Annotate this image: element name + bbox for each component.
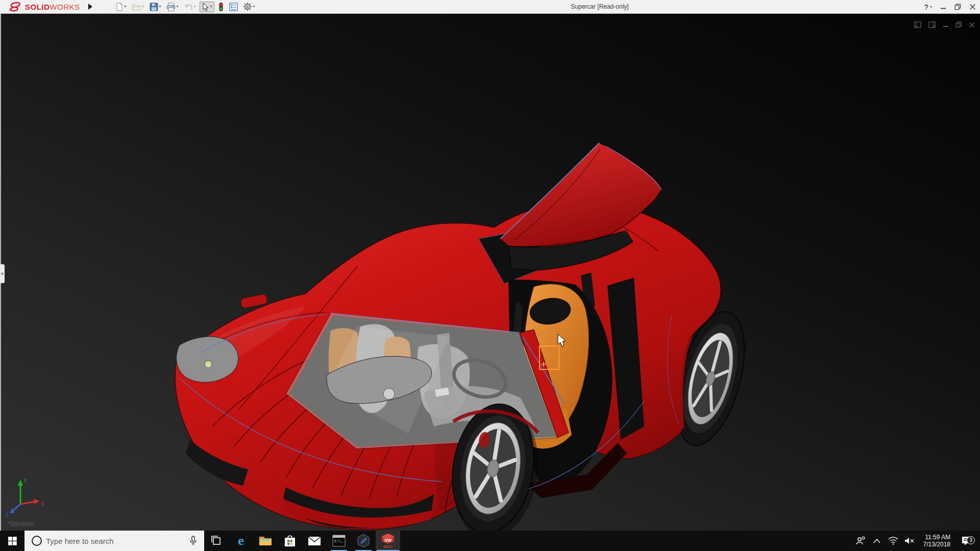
save-button[interactable]: ▾ bbox=[148, 2, 163, 12]
taskbar-icon-solidworks[interactable]: SW 2017 bbox=[376, 531, 400, 551]
supercar-3d-model: Y X Z bbox=[0, 14, 980, 531]
properties-button[interactable] bbox=[228, 2, 239, 12]
task-view-icon bbox=[211, 536, 222, 546]
select-cursor-icon bbox=[202, 3, 209, 11]
save-icon bbox=[150, 3, 158, 11]
start-button[interactable] bbox=[0, 531, 24, 551]
undo-button[interactable]: ▾ bbox=[182, 2, 198, 12]
taskbar-icon-file-explorer[interactable] bbox=[253, 531, 278, 551]
taskbar-icon-command-prompt[interactable]: C:\_ bbox=[327, 531, 351, 551]
print-icon bbox=[166, 3, 176, 11]
child-close-button[interactable] bbox=[969, 22, 975, 28]
new-document-icon bbox=[115, 3, 124, 11]
taskbar-icon-mail[interactable] bbox=[302, 531, 327, 551]
orientation-triad: Y X Z bbox=[5, 478, 45, 518]
volume-muted-icon[interactable] bbox=[903, 537, 916, 545]
options-dropdown-caret[interactable]: ▾ bbox=[253, 5, 255, 9]
microphone-icon[interactable] bbox=[189, 536, 197, 546]
window-controls: ? ▾ bbox=[924, 0, 976, 14]
solidworks-application-window: SOLIDWORKS ▾ ▾ bbox=[0, 0, 980, 551]
solidworks-logo: SOLIDWORKS bbox=[0, 0, 85, 13]
rebuild-traffic-light-icon bbox=[218, 2, 224, 12]
document-window-controls bbox=[914, 21, 975, 28]
taskbar-icon-store[interactable] bbox=[278, 531, 302, 551]
panel-tab-dot bbox=[1, 272, 4, 275]
windows-logo-icon bbox=[8, 537, 17, 545]
undo-icon bbox=[184, 3, 193, 11]
restore-button[interactable] bbox=[954, 4, 961, 10]
help-button[interactable]: ? ▾ bbox=[924, 3, 932, 11]
new-document-button[interactable]: ▾ bbox=[114, 2, 128, 12]
graphics-viewport[interactable]: Y X Z bbox=[0, 14, 980, 531]
split-window-icon[interactable] bbox=[928, 21, 936, 28]
select-tool-button[interactable]: ▾ bbox=[200, 2, 214, 12]
print-button[interactable]: ▾ bbox=[165, 2, 180, 12]
triad-x-label: X bbox=[41, 501, 45, 507]
brand-works: WORKS bbox=[50, 3, 80, 11]
close-icon bbox=[969, 4, 976, 10]
new-dropdown-caret[interactable]: ▾ bbox=[125, 5, 127, 9]
brand-text: SOLIDWORKS bbox=[25, 3, 80, 11]
child-restore-button[interactable] bbox=[955, 21, 962, 28]
rebuild-button[interactable] bbox=[216, 1, 226, 13]
svg-text:2017: 2017 bbox=[383, 544, 393, 548]
wifi-icon[interactable] bbox=[887, 537, 900, 545]
notification-badge: 3 bbox=[967, 536, 975, 544]
tray-date: 7/13/2018 bbox=[923, 541, 950, 548]
new-window-icon[interactable] bbox=[914, 21, 922, 28]
taskbar-icon-cad-hexagon[interactable] bbox=[351, 531, 376, 551]
quick-access-toolbar: ▾ ▾ ▾ bbox=[114, 1, 257, 13]
minimize-icon bbox=[940, 4, 946, 10]
child-minimize-button[interactable] bbox=[943, 22, 949, 28]
triad-y-label: Y bbox=[23, 478, 27, 484]
title-bar: SOLIDWORKS ▾ ▾ bbox=[0, 0, 980, 14]
show-hidden-icons-chevron[interactable] bbox=[870, 539, 884, 543]
tray-time: 11:59 AM bbox=[923, 534, 950, 541]
open-button[interactable]: ▾ bbox=[130, 2, 146, 12]
document-title: Supercar [Read-only] bbox=[571, 3, 628, 10]
restore-icon bbox=[954, 4, 961, 10]
clock[interactable]: 11:59 AM 7/13/2018 bbox=[919, 534, 954, 548]
task-view-button[interactable] bbox=[204, 531, 229, 551]
menu-flyout-arrow[interactable] bbox=[88, 4, 92, 10]
open-dropdown-caret[interactable]: ▾ bbox=[142, 5, 144, 9]
taskbar-search[interactable] bbox=[24, 531, 204, 551]
select-dropdown-caret[interactable]: ▾ bbox=[210, 5, 212, 9]
microsoft-store-icon bbox=[284, 534, 296, 547]
svg-text:SW: SW bbox=[384, 538, 392, 543]
help-dropdown-caret[interactable]: ▾ bbox=[930, 5, 932, 9]
people-icon[interactable] bbox=[854, 536, 867, 545]
feature-manager-flyout-tab[interactable] bbox=[0, 264, 5, 283]
open-folder-icon bbox=[132, 3, 141, 11]
gear-icon bbox=[243, 2, 252, 11]
taskbar-icon-edge[interactable]: e bbox=[229, 531, 253, 551]
action-center-button[interactable]: 3 bbox=[958, 536, 975, 546]
solidworks-app-icon: SW 2017 bbox=[380, 533, 396, 548]
hexagon-app-icon bbox=[357, 534, 370, 548]
command-prompt-icon: C:\_ bbox=[332, 535, 346, 547]
mail-icon bbox=[308, 536, 321, 546]
view-orientation-label: *Dimetric bbox=[8, 520, 35, 528]
search-input[interactable] bbox=[42, 537, 189, 545]
file-explorer-icon bbox=[259, 535, 272, 546]
properties-list-icon bbox=[229, 3, 238, 11]
svg-text:e: e bbox=[238, 534, 244, 548]
cortana-icon bbox=[32, 536, 42, 546]
minimize-button[interactable] bbox=[940, 4, 946, 10]
svg-text:C:\_: C:\_ bbox=[334, 539, 344, 543]
undo-dropdown-caret[interactable]: ▾ bbox=[194, 5, 196, 9]
ds-logo-icon bbox=[7, 2, 22, 12]
edge-icon: e bbox=[234, 534, 248, 548]
print-dropdown-caret[interactable]: ▾ bbox=[177, 5, 179, 9]
brand-solid: SOLID bbox=[25, 3, 50, 11]
help-glyph: ? bbox=[924, 3, 928, 11]
options-button[interactable]: ▾ bbox=[241, 1, 257, 12]
save-dropdown-caret[interactable]: ▾ bbox=[159, 5, 161, 9]
system-tray: 11:59 AM 7/13/2018 3 bbox=[854, 531, 980, 551]
windows-taskbar: e bbox=[0, 531, 980, 551]
close-button[interactable] bbox=[969, 4, 976, 10]
triad-z-label: Z bbox=[5, 512, 9, 518]
